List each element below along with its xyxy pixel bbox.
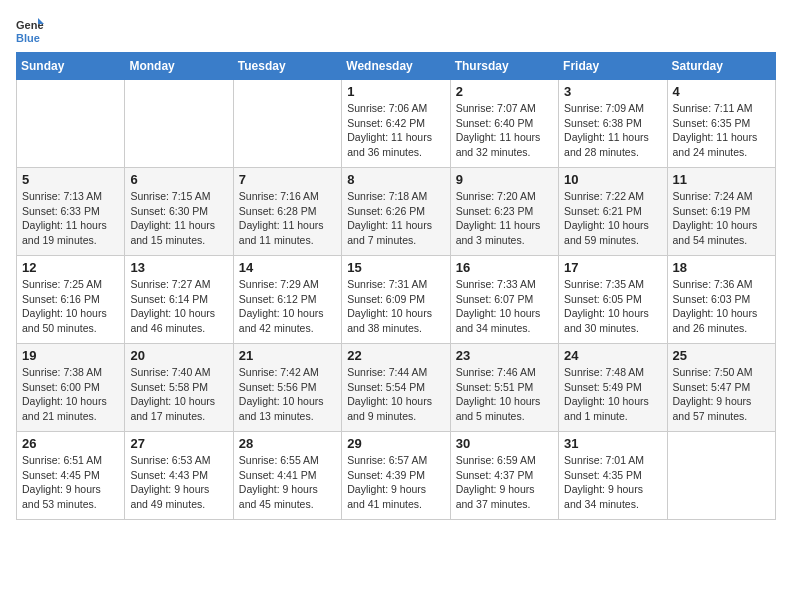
day-info: Sunrise: 7:46 AM Sunset: 5:51 PM Dayligh… <box>456 365 553 424</box>
day-info: Sunrise: 7:25 AM Sunset: 6:16 PM Dayligh… <box>22 277 119 336</box>
day-info: Sunrise: 7:31 AM Sunset: 6:09 PM Dayligh… <box>347 277 444 336</box>
calendar-week-row: 5Sunrise: 7:13 AM Sunset: 6:33 PM Daylig… <box>17 168 776 256</box>
day-info: Sunrise: 7:42 AM Sunset: 5:56 PM Dayligh… <box>239 365 336 424</box>
day-number: 4 <box>673 84 770 99</box>
day-number: 6 <box>130 172 227 187</box>
day-number: 17 <box>564 260 661 275</box>
day-number: 14 <box>239 260 336 275</box>
calendar-cell: 20Sunrise: 7:40 AM Sunset: 5:58 PM Dayli… <box>125 344 233 432</box>
weekday-header-friday: Friday <box>559 53 667 80</box>
day-info: Sunrise: 7:01 AM Sunset: 4:35 PM Dayligh… <box>564 453 661 512</box>
calendar-cell: 4Sunrise: 7:11 AM Sunset: 6:35 PM Daylig… <box>667 80 775 168</box>
day-number: 21 <box>239 348 336 363</box>
day-info: Sunrise: 7:09 AM Sunset: 6:38 PM Dayligh… <box>564 101 661 160</box>
day-number: 28 <box>239 436 336 451</box>
day-number: 18 <box>673 260 770 275</box>
day-info: Sunrise: 7:50 AM Sunset: 5:47 PM Dayligh… <box>673 365 770 424</box>
day-number: 19 <box>22 348 119 363</box>
day-number: 27 <box>130 436 227 451</box>
day-info: Sunrise: 7:07 AM Sunset: 6:40 PM Dayligh… <box>456 101 553 160</box>
calendar-cell: 1Sunrise: 7:06 AM Sunset: 6:42 PM Daylig… <box>342 80 450 168</box>
calendar-cell: 3Sunrise: 7:09 AM Sunset: 6:38 PM Daylig… <box>559 80 667 168</box>
day-info: Sunrise: 7:24 AM Sunset: 6:19 PM Dayligh… <box>673 189 770 248</box>
day-info: Sunrise: 6:59 AM Sunset: 4:37 PM Dayligh… <box>456 453 553 512</box>
page-header: General Blue <box>16 16 776 44</box>
calendar-cell: 10Sunrise: 7:22 AM Sunset: 6:21 PM Dayli… <box>559 168 667 256</box>
day-info: Sunrise: 7:36 AM Sunset: 6:03 PM Dayligh… <box>673 277 770 336</box>
calendar-week-row: 1Sunrise: 7:06 AM Sunset: 6:42 PM Daylig… <box>17 80 776 168</box>
calendar-cell: 30Sunrise: 6:59 AM Sunset: 4:37 PM Dayli… <box>450 432 558 520</box>
calendar-cell <box>667 432 775 520</box>
calendar-cell: 13Sunrise: 7:27 AM Sunset: 6:14 PM Dayli… <box>125 256 233 344</box>
calendar-cell: 17Sunrise: 7:35 AM Sunset: 6:05 PM Dayli… <box>559 256 667 344</box>
calendar-cell: 29Sunrise: 6:57 AM Sunset: 4:39 PM Dayli… <box>342 432 450 520</box>
calendar-week-row: 19Sunrise: 7:38 AM Sunset: 6:00 PM Dayli… <box>17 344 776 432</box>
day-info: Sunrise: 7:22 AM Sunset: 6:21 PM Dayligh… <box>564 189 661 248</box>
day-info: Sunrise: 7:33 AM Sunset: 6:07 PM Dayligh… <box>456 277 553 336</box>
calendar-cell: 16Sunrise: 7:33 AM Sunset: 6:07 PM Dayli… <box>450 256 558 344</box>
weekday-header-monday: Monday <box>125 53 233 80</box>
day-number: 31 <box>564 436 661 451</box>
calendar-cell: 23Sunrise: 7:46 AM Sunset: 5:51 PM Dayli… <box>450 344 558 432</box>
day-info: Sunrise: 7:20 AM Sunset: 6:23 PM Dayligh… <box>456 189 553 248</box>
calendar-cell: 22Sunrise: 7:44 AM Sunset: 5:54 PM Dayli… <box>342 344 450 432</box>
day-info: Sunrise: 7:11 AM Sunset: 6:35 PM Dayligh… <box>673 101 770 160</box>
day-info: Sunrise: 6:55 AM Sunset: 4:41 PM Dayligh… <box>239 453 336 512</box>
calendar-header: SundayMondayTuesdayWednesdayThursdayFrid… <box>17 53 776 80</box>
day-info: Sunrise: 7:06 AM Sunset: 6:42 PM Dayligh… <box>347 101 444 160</box>
weekday-header-wednesday: Wednesday <box>342 53 450 80</box>
day-number: 9 <box>456 172 553 187</box>
day-info: Sunrise: 7:16 AM Sunset: 6:28 PM Dayligh… <box>239 189 336 248</box>
day-number: 15 <box>347 260 444 275</box>
calendar-cell: 7Sunrise: 7:16 AM Sunset: 6:28 PM Daylig… <box>233 168 341 256</box>
calendar-table: SundayMondayTuesdayWednesdayThursdayFrid… <box>16 52 776 520</box>
calendar-cell: 12Sunrise: 7:25 AM Sunset: 6:16 PM Dayli… <box>17 256 125 344</box>
day-number: 7 <box>239 172 336 187</box>
calendar-cell: 5Sunrise: 7:13 AM Sunset: 6:33 PM Daylig… <box>17 168 125 256</box>
day-info: Sunrise: 7:18 AM Sunset: 6:26 PM Dayligh… <box>347 189 444 248</box>
calendar-week-row: 12Sunrise: 7:25 AM Sunset: 6:16 PM Dayli… <box>17 256 776 344</box>
day-number: 8 <box>347 172 444 187</box>
day-number: 5 <box>22 172 119 187</box>
day-number: 2 <box>456 84 553 99</box>
calendar-cell <box>125 80 233 168</box>
day-number: 3 <box>564 84 661 99</box>
svg-text:Blue: Blue <box>16 32 40 44</box>
calendar-cell: 21Sunrise: 7:42 AM Sunset: 5:56 PM Dayli… <box>233 344 341 432</box>
day-number: 26 <box>22 436 119 451</box>
calendar-body: 1Sunrise: 7:06 AM Sunset: 6:42 PM Daylig… <box>17 80 776 520</box>
day-info: Sunrise: 7:35 AM Sunset: 6:05 PM Dayligh… <box>564 277 661 336</box>
weekday-header-tuesday: Tuesday <box>233 53 341 80</box>
calendar-cell: 24Sunrise: 7:48 AM Sunset: 5:49 PM Dayli… <box>559 344 667 432</box>
calendar-cell: 19Sunrise: 7:38 AM Sunset: 6:00 PM Dayli… <box>17 344 125 432</box>
calendar-cell: 31Sunrise: 7:01 AM Sunset: 4:35 PM Dayli… <box>559 432 667 520</box>
calendar-cell: 26Sunrise: 6:51 AM Sunset: 4:45 PM Dayli… <box>17 432 125 520</box>
day-info: Sunrise: 7:40 AM Sunset: 5:58 PM Dayligh… <box>130 365 227 424</box>
day-info: Sunrise: 6:51 AM Sunset: 4:45 PM Dayligh… <box>22 453 119 512</box>
weekday-header-row: SundayMondayTuesdayWednesdayThursdayFrid… <box>17 53 776 80</box>
day-info: Sunrise: 7:15 AM Sunset: 6:30 PM Dayligh… <box>130 189 227 248</box>
day-number: 12 <box>22 260 119 275</box>
day-number: 10 <box>564 172 661 187</box>
day-number: 20 <box>130 348 227 363</box>
calendar-cell: 9Sunrise: 7:20 AM Sunset: 6:23 PM Daylig… <box>450 168 558 256</box>
calendar-cell <box>233 80 341 168</box>
calendar-cell: 6Sunrise: 7:15 AM Sunset: 6:30 PM Daylig… <box>125 168 233 256</box>
calendar-cell: 15Sunrise: 7:31 AM Sunset: 6:09 PM Dayli… <box>342 256 450 344</box>
weekday-header-thursday: Thursday <box>450 53 558 80</box>
day-number: 1 <box>347 84 444 99</box>
calendar-cell: 28Sunrise: 6:55 AM Sunset: 4:41 PM Dayli… <box>233 432 341 520</box>
day-number: 24 <box>564 348 661 363</box>
day-info: Sunrise: 7:29 AM Sunset: 6:12 PM Dayligh… <box>239 277 336 336</box>
day-number: 11 <box>673 172 770 187</box>
day-info: Sunrise: 7:48 AM Sunset: 5:49 PM Dayligh… <box>564 365 661 424</box>
day-number: 29 <box>347 436 444 451</box>
day-info: Sunrise: 7:38 AM Sunset: 6:00 PM Dayligh… <box>22 365 119 424</box>
calendar-cell: 2Sunrise: 7:07 AM Sunset: 6:40 PM Daylig… <box>450 80 558 168</box>
day-info: Sunrise: 6:57 AM Sunset: 4:39 PM Dayligh… <box>347 453 444 512</box>
weekday-header-sunday: Sunday <box>17 53 125 80</box>
weekday-header-saturday: Saturday <box>667 53 775 80</box>
calendar-cell: 18Sunrise: 7:36 AM Sunset: 6:03 PM Dayli… <box>667 256 775 344</box>
logo-icon: General Blue <box>16 16 44 44</box>
calendar-cell <box>17 80 125 168</box>
